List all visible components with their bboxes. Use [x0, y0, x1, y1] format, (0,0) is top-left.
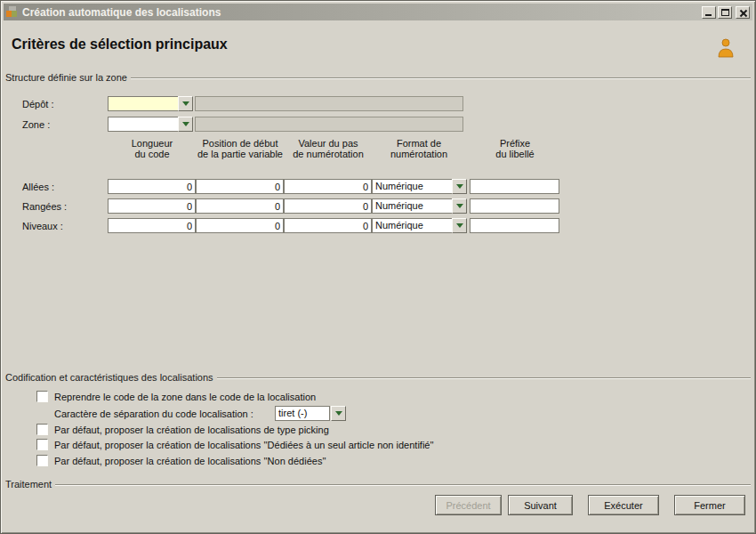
checkbox-non-dediees-label: Par défaut, proposer la création de loca… [54, 456, 326, 466]
allees-longueur-input[interactable] [108, 179, 196, 194]
allees-format-select[interactable]: Numérique [372, 179, 453, 194]
depot-label: Dépôt : [22, 99, 53, 109]
checkbox-dediees-article-label: Par défaut, proposer la création de loca… [54, 440, 434, 450]
separator-label: Caractère de séparation du code localisa… [54, 409, 253, 419]
column-header-prefixe: Préfixedu libellé [465, 138, 565, 159]
rangees-prefixe-input[interactable] [470, 198, 559, 214]
precedent-button[interactable]: Précédent [435, 495, 502, 515]
allees-format-dropdown-button[interactable] [452, 179, 467, 194]
niveaux-prefixe-input[interactable] [470, 218, 559, 233]
checkbox-dediees-article[interactable] [36, 439, 48, 450]
niveaux-longueur-input[interactable] [108, 218, 196, 233]
separator-select[interactable]: tiret (-) [275, 406, 330, 421]
zone-name-field [195, 117, 463, 132]
checkbox-type-picking-label: Par défaut, proposer la création de loca… [54, 425, 329, 435]
column-header-pas: Valeur du pasde numérotation [278, 138, 378, 159]
zone-combo-input[interactable] [108, 117, 179, 132]
structure-group-label: Structure définie sur la zone [5, 72, 127, 83]
separator-dropdown-button[interactable] [331, 406, 346, 421]
maximize-icon [721, 9, 729, 16]
dropdown-arrow-icon [456, 204, 463, 212]
window-title: Création automatique des localisations [22, 6, 700, 19]
depot-combo-input[interactable] [108, 96, 179, 111]
traitement-group-header: Traitement [5, 479, 751, 490]
allees-position-input[interactable] [196, 179, 284, 194]
column-header-longueur: Longueurdu code [102, 138, 202, 159]
dropdown-arrow-icon [182, 122, 189, 130]
column-header-position: Position de débutde la partie variable [190, 138, 290, 159]
dropdown-arrow-icon [456, 184, 463, 192]
traitement-group-label: Traitement [5, 479, 52, 490]
divider [55, 484, 751, 486]
rangees-position-input[interactable] [196, 198, 284, 214]
zone-label: Zone : [22, 119, 50, 130]
row-label-allees: Allées : [22, 182, 54, 192]
row-label-rangees: Rangées : [22, 201, 67, 212]
dialog-window: Création automatique des localisations C… [0, 0, 756, 534]
fermer-button[interactable]: Fermer [674, 495, 745, 515]
niveaux-position-input[interactable] [196, 218, 284, 233]
dropdown-arrow-icon [182, 101, 189, 109]
rangees-longueur-input[interactable] [108, 198, 196, 214]
maximize-button[interactable] [718, 6, 732, 19]
zone-dropdown-button[interactable] [178, 117, 193, 132]
codification-group-label: Codification et caractéristiques des loc… [5, 372, 213, 383]
codification-group-header: Codification et caractéristiques des loc… [5, 372, 751, 383]
column-header-format: Format denumérotation [369, 138, 469, 159]
checkbox-reprendre-code-zone-label: Reprendre le code de la zone dans le cod… [54, 392, 316, 402]
row-label-niveaux: Niveaux : [22, 221, 63, 231]
dropdown-arrow-icon [456, 223, 463, 231]
executer-button[interactable]: Exécuter [588, 495, 659, 515]
structure-group-header: Structure définie sur la zone [5, 72, 751, 83]
checkbox-type-picking[interactable] [36, 424, 48, 435]
depot-dropdown-button[interactable] [178, 96, 193, 111]
page-title: Critères de sélection principaux [12, 36, 228, 53]
depot-name-field [195, 96, 463, 111]
allees-prefixe-input[interactable] [470, 179, 559, 194]
allees-pas-input[interactable] [284, 179, 372, 194]
divider [131, 77, 751, 79]
dropdown-arrow-icon [335, 411, 342, 419]
titlebar[interactable]: Création automatique des localisations [4, 4, 752, 20]
suivant-button[interactable]: Suivant [508, 495, 573, 515]
niveaux-format-dropdown-button[interactable] [452, 218, 467, 233]
divider [217, 377, 751, 379]
close-button[interactable] [736, 6, 750, 19]
rangees-format-select[interactable]: Numérique [372, 198, 453, 214]
minimize-button[interactable] [702, 6, 716, 19]
person-icon[interactable] [717, 38, 735, 58]
checkbox-non-dediees[interactable] [36, 455, 48, 466]
checkbox-reprendre-code-zone[interactable] [36, 391, 48, 402]
app-icon [6, 6, 18, 18]
rangees-format-dropdown-button[interactable] [452, 198, 467, 214]
minimize-icon [705, 14, 712, 16]
niveaux-format-select[interactable]: Numérique [372, 218, 453, 233]
rangees-pas-input[interactable] [284, 198, 372, 214]
niveaux-pas-input[interactable] [284, 218, 372, 233]
